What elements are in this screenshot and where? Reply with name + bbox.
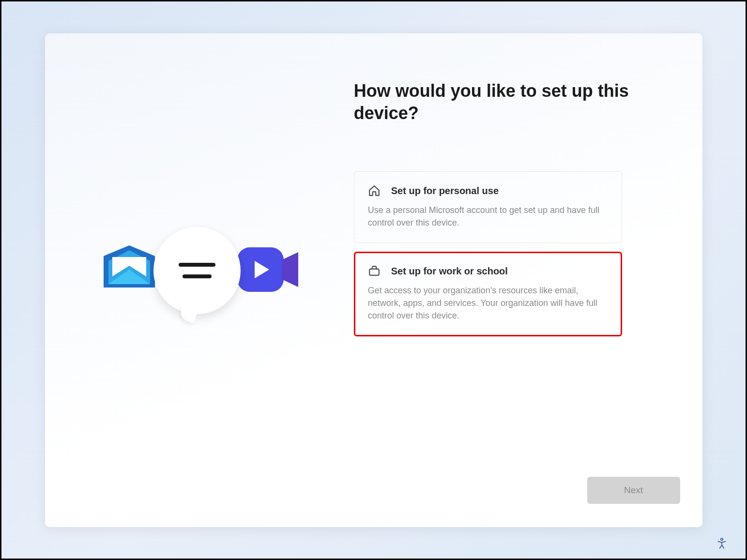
svg-point-2 xyxy=(721,538,723,540)
option-work-desc: Get access to your organization's resour… xyxy=(368,284,608,322)
option-personal-use[interactable]: Set up for personal use Use a personal M… xyxy=(354,171,622,243)
svg-rect-1 xyxy=(369,269,379,275)
option-work-title: Set up for work or school xyxy=(391,266,508,277)
page-heading: How would you like to set up this device… xyxy=(354,80,664,125)
mail-icon xyxy=(98,242,161,295)
accessibility-icon xyxy=(716,537,728,550)
setup-card: How would you like to set up this device… xyxy=(45,33,702,527)
accessibility-button[interactable] xyxy=(714,535,730,552)
option-personal-desc: Use a personal Microsoft account to get … xyxy=(368,204,608,229)
home-icon xyxy=(368,184,381,197)
setup-illustration xyxy=(98,227,301,333)
next-button[interactable]: Next xyxy=(587,477,680,504)
options-panel: How would you like to set up this device… xyxy=(354,33,702,527)
illustration-panel xyxy=(45,33,354,527)
speech-bubble-icon xyxy=(153,227,241,314)
option-personal-title: Set up for personal use xyxy=(391,185,499,197)
video-icon xyxy=(233,241,301,299)
briefcase-icon xyxy=(368,265,381,277)
option-work-school[interactable]: Set up for work or school Get access to … xyxy=(354,252,622,336)
